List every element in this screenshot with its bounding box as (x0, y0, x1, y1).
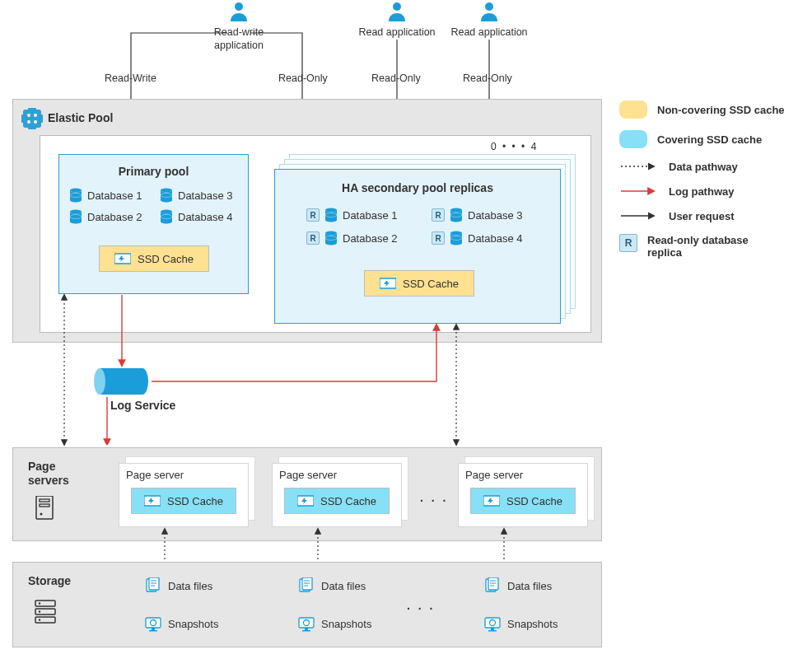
snapshots-item: Snapshots (145, 615, 218, 632)
r-badge: R (432, 208, 445, 222)
secondary-pool: HA secondary pool replicas RDatabase 1 R… (274, 169, 561, 324)
elastic-pool-panel: Elastic Pool Primary pool Database 1 Dat… (12, 99, 602, 343)
database-icon (69, 209, 82, 224)
snapshots-item: Snapshots (484, 615, 558, 632)
snapshot-icon (484, 615, 501, 632)
db-replica-item: RDatabase 3 (432, 208, 523, 222)
database-icon (160, 188, 173, 203)
database-icon (324, 231, 338, 245)
cache-icon (483, 494, 500, 507)
snapshot-icon (298, 615, 315, 632)
file-icon (298, 577, 315, 594)
db-replica-item: RDatabase 2 (306, 231, 398, 245)
database-icon (160, 209, 173, 224)
legend: Non-covering SSD cache Covering SSD cach… (619, 100, 800, 259)
cache-icon (297, 494, 314, 507)
log-service-icon (93, 367, 149, 395)
file-icon (145, 577, 161, 594)
user-icon (227, 0, 250, 23)
arrow-red-icon (619, 185, 659, 198)
ellipsis: . . . (420, 491, 448, 504)
user-rw-label: Read-write application (201, 26, 277, 52)
mode-rw: Read-Write (105, 72, 156, 84)
page-server-label: Page server (273, 464, 401, 481)
legend-noncov: Non-covering SSD cache (619, 100, 800, 119)
ssd-cache-cov: SSD Cache (284, 488, 390, 514)
r-badge: R (619, 234, 637, 252)
r-badge: R (306, 208, 320, 222)
ellipsis: . . . (407, 599, 435, 612)
cache-icon (380, 277, 396, 290)
page-server-card: Page server SSD Cache (119, 463, 249, 527)
db-replica-item: RDatabase 1 (306, 208, 398, 222)
db-item: Database 4 (160, 209, 233, 224)
user-r2-label: Read application (448, 26, 530, 40)
svg-point-31 (94, 368, 105, 395)
elastic-pool-title: Elastic Pool (48, 111, 113, 124)
user-r1-label: Read application (356, 26, 438, 40)
arrow-solid-icon (619, 209, 659, 222)
page-servers-title: Page servers (28, 460, 86, 488)
page-servers-panel: Page servers Page server SSD Cache Page … (12, 447, 602, 541)
elastic-inner: Primary pool Database 1 Database 2 Datab… (40, 135, 591, 333)
snapshot-icon (145, 615, 161, 632)
data-files-item: Data files (145, 577, 212, 594)
user-icon (478, 0, 501, 23)
primary-pool-title: Primary pool (59, 165, 248, 178)
legend-user-request: User request (619, 209, 800, 222)
svg-rect-30 (100, 368, 142, 395)
r-badge: R (306, 231, 320, 245)
storage-panel: Storage Data files Snapshots Data files … (12, 562, 602, 647)
ssd-cache-secondary: SSD Cache (364, 270, 474, 297)
elastic-pool-icon (21, 108, 43, 129)
r-badge: R (432, 231, 445, 245)
swatch-noncov (619, 100, 647, 119)
primary-pool: Primary pool Database 1 Database 2 Datab… (58, 154, 249, 294)
legend-ro-replica: R Read-only database replica (619, 234, 800, 259)
file-icon (484, 577, 501, 594)
ssd-cache-primary: SSD Cache (99, 245, 209, 272)
swatch-cov (619, 130, 647, 148)
mode-ro-1: Read-Only (371, 72, 421, 84)
arrow-dotted-icon (619, 160, 659, 173)
db-item: Database 1 (69, 188, 142, 203)
database-icon (69, 188, 82, 203)
database-icon (324, 208, 338, 222)
page-server-card: Page server SSD Cache (458, 463, 588, 527)
storage-icon (35, 599, 56, 624)
db-replica-item: RDatabase 4 (432, 231, 523, 245)
user-icon (385, 0, 408, 23)
db-item: Database 2 (69, 209, 142, 224)
replica-range: 0 • • • 4 (491, 141, 557, 152)
page-server-card: Page server SSD Cache (272, 463, 402, 527)
mode-ro-from-rw: Read-Only (278, 72, 328, 84)
ssd-cache-cov: SSD Cache (470, 488, 576, 514)
secondary-pool-title: HA secondary pool replicas (275, 181, 560, 194)
cache-icon (114, 252, 131, 265)
mode-ro-2: Read-Only (463, 72, 512, 84)
data-files-item: Data files (484, 577, 552, 594)
database-icon (450, 231, 463, 245)
page-server-label: Page server (119, 464, 248, 481)
legend-log-pathway: Log pathway (619, 185, 800, 198)
server-icon (35, 496, 56, 521)
db-item: Database 3 (160, 188, 233, 203)
database-icon (450, 208, 463, 222)
legend-data-pathway: Data pathway (619, 160, 800, 173)
cache-icon (144, 494, 161, 507)
log-service-label: Log Service (110, 399, 175, 412)
legend-cov: Covering SSD cache (619, 130, 800, 148)
page-server-label: Page server (459, 464, 587, 481)
storage-title: Storage (28, 574, 71, 587)
ssd-cache-cov: SSD Cache (131, 488, 236, 514)
snapshots-item: Snapshots (298, 615, 371, 632)
data-files-item: Data files (298, 577, 366, 594)
